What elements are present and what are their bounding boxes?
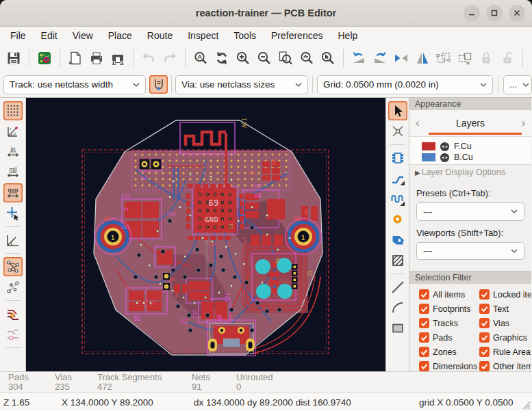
draw-rectangle-button[interactable] bbox=[388, 319, 407, 338]
ref-label-l1[interactable]: L1 bbox=[192, 165, 197, 170]
menu-inspect[interactable]: Inspect bbox=[180, 27, 226, 44]
checkbox-checked-icon[interactable] bbox=[479, 289, 490, 300]
ungroup-items-button[interactable] bbox=[455, 49, 474, 68]
ref-label-c21[interactable]: C21 bbox=[225, 293, 230, 302]
ref-label-c15[interactable]: C15 bbox=[121, 194, 130, 199]
checkbox-checked-icon[interactable] bbox=[479, 361, 490, 371]
minimize-button[interactable] bbox=[464, 5, 480, 21]
add-zone-button[interactable] bbox=[388, 230, 407, 250]
ref-label-h1[interactable]: H1 bbox=[294, 216, 301, 222]
menu-edit[interactable]: Edit bbox=[34, 27, 65, 44]
select-arrow-button[interactable] bbox=[388, 101, 407, 120]
ref-label-u2[interactable]: U2 bbox=[181, 319, 188, 325]
ref-label-c22[interactable]: C22 bbox=[253, 183, 262, 189]
filter-vias[interactable]: Vias bbox=[479, 318, 531, 328]
menu-view[interactable]: View bbox=[65, 27, 101, 44]
ref-label-c8[interactable]: C8 bbox=[249, 170, 255, 176]
undo-button[interactable] bbox=[139, 49, 158, 68]
tab-next-button[interactable]: › bbox=[516, 117, 531, 129]
filter-graphics[interactable]: Graphics bbox=[479, 332, 531, 343]
ref-label-u6[interactable]: U6 bbox=[217, 314, 223, 321]
zoom-select[interactable]: ... bbox=[503, 75, 532, 94]
ref-label-c19[interactable]: C19 bbox=[143, 300, 148, 307]
layer-row-f-cu[interactable]: F.Cu bbox=[409, 141, 531, 152]
draw-line-button[interactable] bbox=[388, 278, 407, 297]
tab-prev-button[interactable]: ‹ bbox=[409, 117, 425, 129]
layer-row-b-cu[interactable]: B.Cu bbox=[409, 152, 531, 163]
plot-button[interactable] bbox=[108, 49, 127, 68]
mirror-vertical-button[interactable] bbox=[413, 49, 432, 68]
ref-label-c7[interactable]: C7 bbox=[226, 241, 231, 247]
viewports-select[interactable]: --- bbox=[416, 242, 524, 261]
menu-tools[interactable]: Tools bbox=[226, 27, 264, 44]
checkbox-checked-icon[interactable] bbox=[479, 332, 490, 343]
tune-length-button[interactable] bbox=[388, 189, 407, 209]
sketch-tracks-button[interactable] bbox=[3, 304, 23, 323]
zoom-fit-objects-button[interactable] bbox=[297, 49, 316, 68]
units-mils-button[interactable]: mil bbox=[3, 163, 23, 182]
limit-45-deg-button[interactable] bbox=[3, 230, 23, 250]
flip-horizontal-button[interactable] bbox=[392, 49, 411, 68]
ref-label-c14[interactable]: C14 bbox=[167, 211, 176, 217]
board-setup-button[interactable] bbox=[35, 49, 54, 68]
tab-layers[interactable]: Layers bbox=[425, 118, 515, 129]
print-button[interactable] bbox=[87, 49, 106, 68]
ref-label-1[interactable]: 1 bbox=[111, 235, 114, 241]
unlock-button[interactable] bbox=[498, 49, 517, 68]
close-button[interactable] bbox=[509, 5, 525, 21]
filter-footprints[interactable]: Footprints bbox=[419, 304, 479, 314]
draw-arc-button[interactable] bbox=[388, 298, 407, 317]
auto-track-width-button[interactable] bbox=[149, 75, 168, 94]
filter-pads[interactable]: Pads bbox=[419, 332, 479, 343]
ref-label-c17[interactable]: C17 bbox=[192, 309, 198, 318]
checkbox-checked-icon[interactable] bbox=[419, 304, 429, 314]
ref-label-c20[interactable]: C20 bbox=[208, 241, 217, 247]
menu-preferences[interactable]: Preferences bbox=[264, 27, 330, 44]
ref-label-u4[interactable]: U4 bbox=[255, 193, 262, 199]
ref-label-r7[interactable]: R7 bbox=[304, 209, 309, 214]
filter-rule-areas[interactable]: Rule Areas bbox=[479, 347, 531, 357]
ref-label-c23[interactable]: C23 bbox=[150, 300, 155, 307]
track-width-select[interactable]: Track: use netclass width bbox=[3, 75, 146, 94]
filter-text[interactable]: Text bbox=[479, 304, 531, 314]
ref-label-1[interactable]: 1 bbox=[301, 235, 305, 241]
filter-dimensions[interactable]: Dimensions bbox=[419, 361, 479, 371]
lock-button[interactable] bbox=[477, 49, 496, 68]
filter-tracks[interactable]: Tracks bbox=[419, 318, 479, 328]
checkbox-checked-icon[interactable] bbox=[419, 361, 429, 371]
checkbox-checked-icon[interactable] bbox=[419, 289, 429, 300]
curved-ratsnest-button[interactable] bbox=[3, 278, 23, 297]
ratsnest-visibility-button[interactable] bbox=[3, 257, 23, 276]
ref-label-r9[interactable]: R9 bbox=[275, 258, 281, 263]
ref-label-j1[interactable]: J1 bbox=[307, 270, 314, 277]
checkbox-checked-icon[interactable] bbox=[419, 332, 429, 343]
units-mm-button[interactable]: mm bbox=[3, 183, 23, 202]
zoom-in-button[interactable] bbox=[233, 49, 253, 68]
presets-select[interactable]: --- bbox=[416, 202, 524, 221]
via-size-select[interactable]: Via: use netclass sizes bbox=[175, 75, 308, 94]
layer-color-swatch[interactable] bbox=[422, 153, 435, 161]
layer-color-swatch[interactable] bbox=[422, 142, 435, 150]
ref-label-r1[interactable]: R1 bbox=[271, 159, 277, 165]
page-settings-button[interactable] bbox=[66, 49, 85, 68]
refresh-view-button[interactable] bbox=[212, 49, 231, 68]
highlight-net-button[interactable] bbox=[388, 122, 407, 141]
menu-file[interactable]: File bbox=[3, 27, 34, 44]
maximize-button[interactable] bbox=[486, 5, 503, 21]
zoom-out-button[interactable] bbox=[255, 49, 274, 68]
checkbox-checked-icon[interactable] bbox=[419, 347, 429, 357]
menu-place[interactable]: Place bbox=[101, 27, 140, 44]
add-rule-area-button[interactable] bbox=[388, 251, 407, 270]
ref-label-gnd[interactable]: GND bbox=[205, 215, 218, 224]
checkbox-checked-icon[interactable] bbox=[479, 304, 490, 314]
checkbox-checked-icon[interactable] bbox=[479, 347, 490, 357]
layer-display-options[interactable]: ▶Layer Display Options bbox=[409, 165, 531, 181]
ref-label-69[interactable]: 69 bbox=[208, 198, 219, 208]
visibility-eye-icon[interactable] bbox=[440, 153, 450, 163]
ref-label-r5[interactable]: R5 bbox=[170, 277, 175, 282]
redo-button[interactable] bbox=[160, 49, 179, 68]
ref-label-gnd[interactable]: GND bbox=[299, 242, 304, 246]
menu-route[interactable]: Route bbox=[140, 27, 180, 44]
visibility-eye-icon[interactable] bbox=[440, 142, 450, 152]
resize-grip[interactable] bbox=[521, 400, 531, 410]
